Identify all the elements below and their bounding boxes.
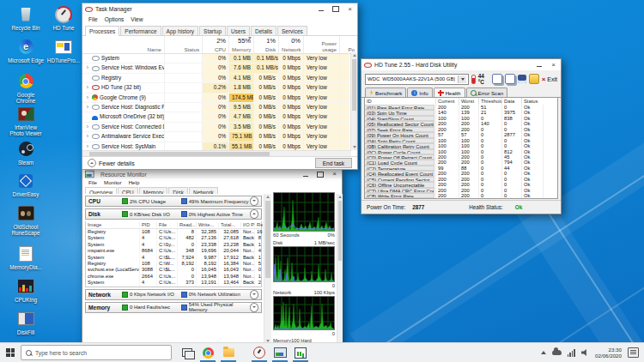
tab-processes[interactable]: Processes [85, 26, 119, 36]
process-row[interactable]: ›Service Host: Windows Event Log 0% 7.6 … [82, 63, 349, 73]
disk-section-bar[interactable]: Disk 0 KB/sec Disk I/O 0% Highest Active… [85, 208, 262, 220]
desktop-icon-cpuking[interactable]: CPUKing [7, 277, 45, 303]
process-row[interactable]: ›Service Host: Diagnostic Policy ... 0% … [82, 103, 349, 112]
disk-row[interactable]: System4C:\Us...48227,13627,618Back...8 [86, 235, 261, 241]
fewer-details-toggle[interactable]: Fewer details [99, 160, 135, 166]
network-section-bar[interactable]: Network 0 Kbps Network I/O 0% Network Ut… [85, 289, 262, 300]
desktop-icon-drivereasy[interactable]: DriverEasy [7, 172, 45, 197]
desktop-icon-microsoft-edge[interactable]: e Microsoft Edge [7, 38, 45, 63]
hd-tune-titlebar[interactable]: HD Tune 2.55 - Hard Disk Utility × [361, 59, 561, 70]
col-cpu[interactable]: 2%CPU [202, 36, 228, 53]
col-power-usage[interactable]: Power usage [303, 36, 339, 53]
taskbar-hd-tune[interactable] [249, 343, 270, 362]
collapse-chevron-icon[interactable] [250, 290, 258, 299]
tab-services[interactable]: Services [277, 26, 307, 35]
memory-section-bar[interactable]: Memory 0 Hard Faults/sec 54% Used Physic… [85, 302, 262, 313]
export-icon[interactable] [529, 74, 539, 84]
onedrive-icon[interactable] [552, 350, 562, 355]
col-status[interactable]: Status [184, 46, 199, 52]
tab-app-history[interactable]: App history [162, 26, 199, 35]
network-icon[interactable] [568, 349, 575, 357]
disk-row[interactable]: chrome.exe2664C:\Us...013,94813,948Nor..… [86, 274, 261, 280]
taskbar-file-explorer[interactable] [218, 343, 239, 362]
start-button[interactable] [0, 343, 21, 362]
menu-options[interactable]: Options [101, 16, 128, 22]
desktop-icon-recycle-bin[interactable]: Recycle Bin [7, 5, 45, 31]
taskbar-resource-monitor[interactable] [270, 343, 290, 362]
desktop-icon-hd-tune[interactable]: HD Tune [45, 5, 82, 31]
collapse-chevron-icon[interactable] [250, 196, 258, 206]
task-view-button[interactable] [177, 343, 197, 362]
process-row[interactable]: Registry 0% 4.1 MB 0 MB/s 0 Mbps Very lo… [82, 74, 349, 83]
taskbar-task-manager[interactable] [290, 343, 311, 362]
disk-row[interactable]: svchost.exe (LocalServiceNoNe...3088C:\$… [86, 267, 261, 273]
minimize-button[interactable] [532, 59, 546, 70]
expand-chevron-icon[interactable]: › [85, 83, 90, 92]
menu-file[interactable]: File [85, 16, 101, 22]
process-row[interactable]: System 0% 0.1 MB 0.1 MB/s 0 Mbps Very lo… [82, 54, 349, 63]
taskbar-clock[interactable]: 23:30 02/06/2020 [595, 347, 622, 359]
tab-startup[interactable]: Startup [199, 26, 226, 35]
collapse-chevron-icon[interactable] [250, 209, 258, 219]
col-network[interactable]: 0%Network [278, 36, 303, 53]
disk-row[interactable]: System4C:\$L...7,9249,98717,912Back...1 [86, 255, 261, 261]
tab-details[interactable]: Details [251, 26, 276, 35]
tab-benchmark[interactable]: Benchmark [365, 87, 406, 97]
process-row[interactable]: ›Antimalware Service Executable 0% 75.1 … [82, 132, 349, 142]
disk-col-i-o-pr[interactable]: I/O Pr... [240, 222, 254, 227]
save-icon[interactable] [518, 75, 526, 83]
cpu-section-bar[interactable]: CPU 2% CPU Usage 49% Maximum Frequency [85, 196, 262, 207]
disk-row[interactable]: mspaint.exe8684C:\Us...34819,69620,044No… [86, 248, 261, 254]
close-button[interactable]: × [546, 59, 561, 70]
expand-chevron-icon[interactable]: › [85, 132, 90, 141]
copy-text-icon[interactable] [505, 74, 515, 84]
smart-row[interactable]: (C8) Write Error Rate20020000Ok [365, 193, 557, 198]
task-manager-titlebar[interactable]: Task Manager × [82, 3, 357, 15]
tab-info[interactable]: iInfo [407, 87, 432, 97]
disk-col-total[interactable]: Total... [218, 222, 240, 227]
menu-view[interactable]: View [127, 16, 146, 22]
desktop-icon-hdtunepro[interactable]: HDTunePro... [45, 38, 82, 63]
expand-chevron-icon[interactable]: › [85, 103, 90, 112]
col-name[interactable]: Name [147, 46, 161, 52]
process-row[interactable]: ›Service Host: Connected Device... 0% 3.… [82, 123, 349, 132]
desktop-icon-diskfill[interactable]: DiskFill [7, 310, 45, 335]
action-center-icon[interactable] [628, 347, 639, 358]
col-power-trend[interactable]: Po [339, 36, 357, 53]
expand-chevron-icon[interactable]: › [85, 94, 90, 102]
vertical-scrollbar[interactable] [350, 52, 357, 150]
desktop-icon-google-chrome[interactable]: Google Chrome [7, 72, 45, 104]
process-row[interactable]: ›HD Tune (32 bit) 0.2% 1.8 MB 0 MB/s 0 M… [82, 83, 349, 93]
disk-row[interactable]: System4C:\Sy...023,33823,238Back...1 [86, 242, 261, 248]
tab-performance[interactable]: Performance [120, 26, 161, 35]
desktop-icon-oldschool-runescape[interactable]: OldSchool RuneScape [7, 204, 45, 236]
tab-error-scan[interactable]: Error Scan [466, 87, 508, 97]
disk-col-resp[interactable]: Resp... [254, 222, 263, 227]
process-row[interactable]: ›Google Chrome (9) 0% 174.5 MB 0 MB/s 0 … [82, 94, 349, 103]
menu-help[interactable]: Help [125, 179, 143, 185]
taskbar-chrome[interactable] [197, 343, 218, 362]
disk-row[interactable]: Registry108C:\Us...832,38532,085Nor...16 [86, 229, 261, 235]
desktop-icon-irfanview-photo-viewer[interactable]: IrfanView Photo Viewer [7, 105, 45, 136]
exit-button[interactable]: × Exit [542, 75, 557, 83]
taskbar-search[interactable]: Type here to search [21, 345, 172, 360]
desktop-icon-memorydia[interactable]: MemoryDia... [7, 244, 45, 270]
close-button[interactable]: × [343, 3, 357, 15]
collapse-chevron-icon[interactable] [250, 303, 258, 312]
vertical-scrollbar[interactable] [264, 194, 271, 344]
maximize-button[interactable] [328, 3, 343, 15]
disk-col-file[interactable]: File [156, 222, 177, 227]
tab-users[interactable]: Users [227, 26, 250, 35]
graphs-scrollbar[interactable] [337, 194, 343, 344]
menu-monitor[interactable]: Monitor [100, 179, 125, 185]
drive-select-dropdown[interactable]: WDC WD5000AAKS-22V1A (500 GB) [365, 74, 469, 85]
col-disk[interactable]: 1%Disk [253, 36, 278, 53]
copy-screenshot-icon[interactable] [492, 74, 502, 84]
disk-col-image[interactable]: Image [86, 222, 139, 227]
col-memory[interactable]: 55%Memory [228, 36, 253, 53]
disk-col-write[interactable]: Write... [196, 222, 218, 227]
minimize-button[interactable] [313, 3, 328, 15]
menu-file[interactable]: File [85, 179, 100, 185]
disk-row[interactable]: System4C:\Us...37313,19113,464Back...2 [86, 280, 261, 286]
expand-chevron-icon[interactable]: › [85, 123, 90, 131]
